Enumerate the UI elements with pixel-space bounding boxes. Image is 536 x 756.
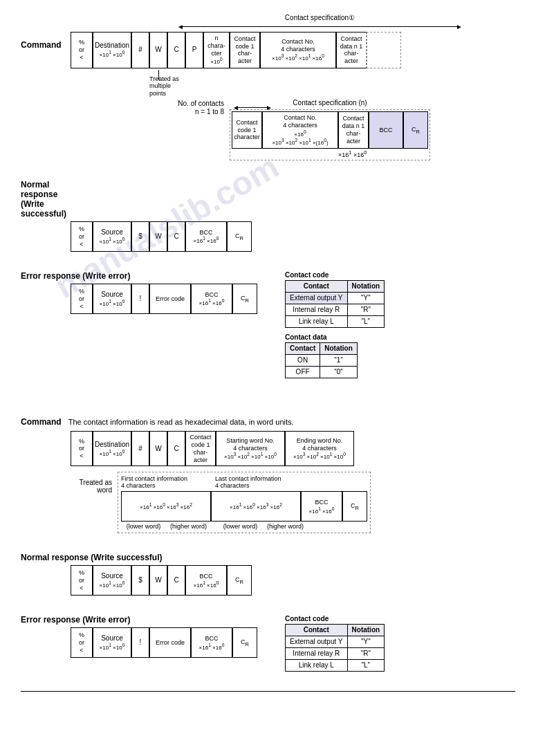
source-cell-nr2: Source [101,572,123,580]
bcc-cell-1: BCC [379,127,392,134]
command-frame-row: %or< Destination ×101 ×100 # W C [71,32,401,68]
error-response-frame: %or< Source ×101 ×100 ! Error code BCC × [71,284,257,314]
cn-no-cell: Contact No.4 characters [283,114,317,129]
cc-row2-contact: Internal relay R [286,304,348,316]
error-response-title: Error response (Write error) [21,271,131,281]
section4-subtitle: The contact information is read as hexad… [68,418,294,426]
section5-normal-response: Normal response (Write successful) %or< … [21,553,515,596]
pct-cell: %or< [79,39,84,61]
normal-response-frame: %or< Source ×101 ×100 $ W C BCC ×161 ×16… [71,221,252,252]
cc-row1-notation: "Y" [347,293,385,304]
bcc-nr2: BCC [199,573,212,580]
cc2-row2-notation: "R" [347,648,385,660]
c-cell: C [174,46,178,54]
cr-word: CR [351,502,359,511]
dest-cell: Destination [95,42,129,50]
cd-row2-contact: OFF [286,367,320,378]
normal-response-title: Normal response (Write successful) [21,180,66,219]
cc-header-notation: Notation [347,281,385,293]
cn-data-cell: Contact data n 1 char-acter [342,115,365,145]
contact-data-title: Contact data [285,333,385,341]
source-cell-er2: Source [101,634,123,643]
contact-code-table-2: Contact Notation External output Y "Y" I… [285,624,385,672]
error-response-frame-2: %or< Source ×101 ×100 ! Error code BCC ×… [71,627,257,658]
normal-response-frame-2: %or< Source ×101 ×100 $ W C BCC ×161 ×16… [71,565,252,596]
section4-title: Command [21,417,62,427]
contact-data-table: Contact Notation ON "1" OFF "0" [285,342,358,378]
cc-row3-notation: "L" [347,316,385,328]
response-word-frame: ×161 ×160 ×163 ×162 ×161 ×160 ×163 ×162 … [121,491,367,522]
section3-error-response: Error response (Write error) %or< Source… [21,271,515,378]
bcc-er: BCC [205,291,218,299]
bcc-sub-1: ×161 ×160 [338,149,367,158]
cr-er2: CR [241,638,249,647]
error-response-title-2: Error response (Write error) [21,615,131,625]
page-rule [21,691,515,692]
start-word-cell: Starting word No.4 characters [226,437,275,452]
treated-label: Treated asmultiplepoints [149,75,271,98]
bcc-er2: BCC [205,635,218,643]
contact-code-cell: Contact code 1 char-acter [233,35,257,65]
cr-nr: CR [235,232,243,241]
no-contacts-label: No. of contactsn = 1 to 8 [178,100,224,116]
cc2-row3-contact: Link relay L [286,660,348,672]
cc2-header-notation: Notation [347,625,385,636]
first-contact-label: First contact information4 characters [121,475,187,489]
n-char-cell: n chara-cter [207,35,226,57]
cc2-row1-contact: External output Y [286,636,348,648]
contact-code-cell-w: Contact code 1 char-acter [189,434,212,463]
cc-row3-contact: Link relay L [286,316,348,328]
cd-row1-notation: "1" [320,355,358,367]
contact-spec-n-frame: Contact code 1 character Contact No.4 ch… [232,111,428,149]
contact-code-title: Contact code [285,271,385,279]
end-word-cell: Ending word No.4 characters [297,437,343,452]
cc2-header-contact: Contact [286,625,348,636]
cd-header-notation: Notation [320,343,358,355]
dest-sub: ×101 ×100 [100,50,125,58]
contact-no-cell: Contact No.4 characters [281,38,315,53]
section1-command: Contact specification① ◄ ► Command %or< [21,14,515,160]
cc2-row2-contact: Internal relay R [286,648,348,660]
contact-code-title-2: Contact code [285,615,385,623]
error-code-cell: Error code [156,295,185,303]
cd-row2-notation: "0" [320,367,358,378]
cc-header-contact: Contact [286,281,348,293]
source-cell-nr: Source [101,228,123,237]
dest-cell-w: Destination [95,441,129,449]
cr-er: CR [241,295,249,304]
bcc-nr: BCC [199,229,212,237]
last-contact-label: Last contact information4 characters [215,475,281,489]
source-cell-er: Source [101,291,123,299]
cc2-row1-notation: "Y" [347,636,385,648]
contact-data-cell: Contact data n 1 char-acter [340,35,363,65]
cr-cell-1: CR [412,126,420,135]
w-cell: W [155,46,161,54]
error-code-cell-2: Error code [156,639,185,647]
command-word-frame: %or< Destination ×101 ×100 # W C Contact… [71,431,354,466]
cr-nr2: CR [235,576,243,585]
contact-spec-label-1: Contact specification① [285,14,355,21]
normal-response-title-2: Normal response (Write successful) [21,553,163,562]
treated-as-word: Treated as word [80,479,112,494]
p-cell: P [192,46,197,54]
cc-row1-contact: External output Y [286,293,348,304]
bcc-word: BCC [315,499,328,506]
cn-code-cell: Contact code 1 character [234,119,260,141]
section1-title: Command [21,40,62,50]
contact-code-table: Contact Notation External output Y "Y" I… [285,280,385,328]
section6-error-response: Error response (Write error) %or< Source… [21,615,515,672]
section2-normal-response: Normal response (Write successful) %or< … [21,180,515,252]
hash-cell: # [138,46,142,54]
section4-command-word: Command The contact information is read … [21,417,515,533]
cd-row1-contact: ON [286,355,320,367]
cd-header-contact: Contact [286,343,320,355]
cc-row2-notation: "R" [347,304,385,316]
contact-spec-n-label: Contact specification (n) [293,99,367,107]
cc2-row3-notation: "L" [347,660,385,672]
